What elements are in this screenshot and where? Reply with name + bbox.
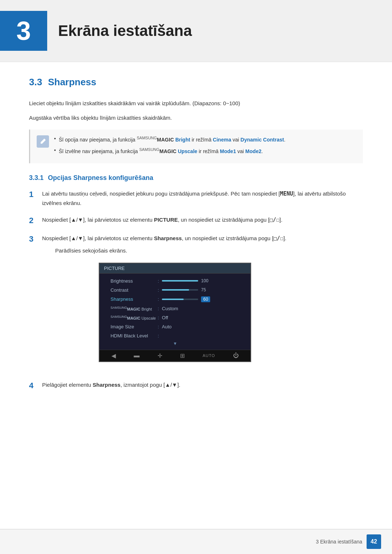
menu-row-more: ▼ xyxy=(99,340,250,347)
footer-page-number: 42 xyxy=(367,534,381,549)
section-title: Sharpness xyxy=(48,77,96,88)
menu-row-image-size: Image Size : Auto xyxy=(99,322,250,331)
step-2-text: Nospiediet [▲/▼], lai pārvietotos uz ele… xyxy=(42,215,363,225)
footer-text: 3 Ekrāna iestatīšana xyxy=(316,539,362,545)
step-1-text: Lai atvērtu taustiņu ceļvedi, nospiediet… xyxy=(42,189,363,208)
intro-paragraph-2: Augstāka vērtība liks objektu līnijām iz… xyxy=(29,113,363,123)
menu-row-sharpness: Sharpness : 60 xyxy=(99,295,250,304)
screen-title-bar: PICTURE xyxy=(99,263,250,274)
step-3-number: 3 xyxy=(29,234,42,245)
menu-row-brightness: Brightness : 100 xyxy=(99,276,250,286)
step-3-text: Nospiediet [▲/▼], lai pārvietotos uz ele… xyxy=(42,235,286,241)
note-box: Šī opcija nav pieejama, ja funkcija SAMS… xyxy=(29,130,363,163)
menu-row-magic-upscale: SAMSUNGMAGIC Upscale : Off xyxy=(99,313,250,322)
step-1: 1 Lai atvērtu taustiņu ceļvedi, nospiedi… xyxy=(29,189,363,208)
menu-rows: Brightness : 100 Contrast : xyxy=(99,274,250,350)
chapter-number: 3 xyxy=(16,16,31,46)
page-footer: 3 Ekrāna iestatīšana 42 xyxy=(0,529,392,554)
chapter-number-box: 3 xyxy=(0,11,47,51)
note-icon xyxy=(37,135,49,148)
screen-icon-1: ◀ xyxy=(111,352,116,359)
step-4-text: Pielāgojiet elementu Sharpness, izmantoj… xyxy=(42,380,363,390)
subsection-title: Opcijas Sharpness konfigurēšana xyxy=(48,174,153,182)
step-4: 4 Pielāgojiet elementu Sharpness, izmant… xyxy=(29,380,363,391)
subsection-heading: 3.3.1 Opcijas Sharpness konfigurēšana xyxy=(29,174,363,182)
note-bullet-2: Šī izvēlne nav pieejama, ja funkcija SAM… xyxy=(54,146,285,156)
section-heading: 3.3 Sharpness xyxy=(29,77,363,88)
main-content: 3.3 Sharpness Lieciet objektu līnijām iz… xyxy=(0,77,392,391)
step-3-content: Nospiediet [▲/▼], lai pārvietotos uz ele… xyxy=(42,234,286,373)
screen-mockup: PICTURE Brightness : 100 xyxy=(99,263,251,362)
step-2-number: 2 xyxy=(29,215,42,226)
intro-paragraph-1: Lieciet objektu līnijām izskatīties skai… xyxy=(29,99,363,108)
page-header: 3 Ekrāna iestatīšana xyxy=(0,0,392,62)
menu-row-hdmi: HDMI Black Level : xyxy=(99,331,250,340)
menu-row-contrast: Contrast : 75 xyxy=(99,286,250,295)
note-content: Šī opcija nav pieejama, ja funkcija SAMS… xyxy=(54,135,285,158)
note-bullet-1: Šī opcija nav pieejama, ja funkcija SAMS… xyxy=(54,135,285,144)
chapter-title: Ekrāna iestatīšana xyxy=(58,22,192,40)
step-list: 1 Lai atvērtu taustiņu ceļvedi, nospiedi… xyxy=(29,189,363,391)
pencil-icon xyxy=(39,138,46,145)
screen-icon-power: ⏻ xyxy=(233,352,239,359)
section-number: 3.3 xyxy=(29,77,42,88)
menu-row-magic-bright: SAMSUNGMAGIC Bright : Custom xyxy=(99,304,250,313)
step-3: 3 Nospiediet [▲/▼], lai pārvietotos uz e… xyxy=(29,234,363,373)
screen-bottom-bar: ◀ ▬ ✛ ⊞ AUTO ⏻ xyxy=(99,350,250,361)
screen-icon-4: ⊞ xyxy=(180,352,185,359)
screen-icon-2: ▬ xyxy=(134,352,139,359)
step-2: 2 Nospiediet [▲/▼], lai pārvietotos uz e… xyxy=(29,215,363,226)
step-1-number: 1 xyxy=(29,189,42,200)
subsection-number: 3.3.1 xyxy=(29,174,44,182)
step-4-number: 4 xyxy=(29,380,42,391)
screen-mockup-container: PICTURE Brightness : 100 xyxy=(64,263,286,362)
screen-icon-3: ✛ xyxy=(158,352,162,359)
step-3-sub: Parādīsies sekojošais ekrāns. xyxy=(55,246,286,255)
screen-icon-auto: AUTO xyxy=(203,353,215,358)
